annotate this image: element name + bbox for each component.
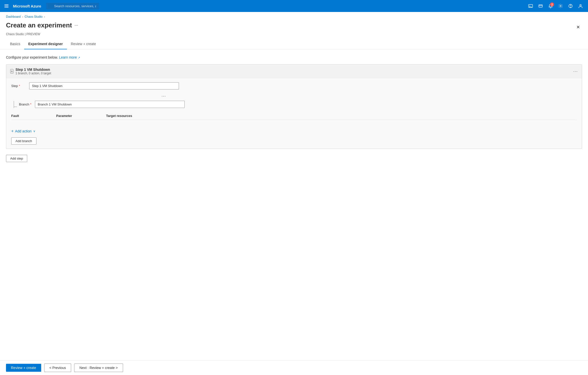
- hamburger-menu[interactable]: [3, 1, 10, 10]
- external-link-icon: ↗: [78, 56, 80, 59]
- add-branch-button[interactable]: Add branch: [11, 137, 36, 145]
- step-title-block: Step 1 VM Shutdown 1 branch, 0 action, 0…: [15, 68, 51, 75]
- notifications-icon[interactable]: 2: [546, 1, 555, 10]
- fault-col-param-header: Parameter: [56, 114, 106, 118]
- svg-rect-2: [539, 5, 542, 7]
- topbar: Microsoft Azure 🔍 2: [0, 0, 588, 12]
- branch-more-button[interactable]: ···: [161, 94, 166, 99]
- profile-icon[interactable]: [576, 1, 585, 10]
- svg-point-3: [560, 5, 561, 7]
- page-header-left: Create an experiment ···: [6, 21, 78, 29]
- page-wrap: Dashboard › Chaos Studio › Create an exp…: [0, 12, 588, 375]
- previous-button[interactable]: < Previous: [44, 364, 71, 372]
- branch-label: Branch *: [19, 102, 33, 106]
- svg-point-5: [570, 7, 571, 7]
- learn-more-link[interactable]: Learn more ↗: [59, 55, 80, 59]
- app-title: Microsoft Azure: [13, 4, 41, 8]
- add-action-plus-icon: +: [11, 129, 13, 133]
- review-create-button[interactable]: Review + create: [6, 364, 41, 372]
- settings-icon[interactable]: [556, 1, 565, 10]
- page-more-button[interactable]: ···: [74, 23, 78, 28]
- add-action-row[interactable]: + Add action ∨: [11, 129, 577, 133]
- step-card: ∧ Step 1 VM Shutdown 1 branch, 0 action,…: [6, 64, 582, 149]
- fault-table: Fault Parameter Target resources: [11, 112, 577, 125]
- footer: Review + create < Previous Next : Review…: [0, 360, 588, 375]
- fault-table-body: [11, 120, 577, 125]
- branch-line-vertical: [14, 101, 14, 106]
- svg-point-6: [580, 4, 581, 6]
- page-title: Create an experiment: [6, 21, 72, 29]
- breadcrumb-chaos-studio[interactable]: Chaos Studio: [24, 15, 42, 18]
- cloud-shell-icon[interactable]: [526, 1, 535, 10]
- tab-review-create[interactable]: Review + create: [67, 40, 100, 49]
- step-required-indicator: *: [19, 84, 20, 88]
- branch-connector: [14, 101, 17, 108]
- help-icon[interactable]: [566, 1, 575, 10]
- branch-line-horizontal-wrap: [14, 106, 17, 108]
- fault-table-header: Fault Parameter Target resources: [11, 112, 577, 120]
- add-action-label: Add action: [15, 129, 31, 133]
- tab-experiment-designer[interactable]: Experiment designer: [24, 40, 67, 49]
- tab-basics[interactable]: Basics: [6, 40, 24, 49]
- branch-line-h: [14, 107, 17, 107]
- breadcrumb-sep-1: ›: [22, 15, 23, 18]
- step-header-left: ∧ Step 1 VM Shutdown 1 branch, 0 action,…: [10, 68, 51, 75]
- step-field-row: Step *: [11, 82, 577, 90]
- branch-required-indicator: *: [30, 102, 31, 106]
- step-collapse-button[interactable]: ∧: [10, 69, 13, 74]
- directory-icon[interactable]: [536, 1, 545, 10]
- tabs: Basics Experiment designer Review + crea…: [0, 36, 588, 49]
- step-title: Step 1 VM Shutdown: [15, 68, 51, 72]
- notification-badge: 2: [550, 2, 554, 6]
- search-wrap: 🔍: [46, 3, 221, 9]
- add-step-button[interactable]: Add step: [6, 155, 27, 162]
- next-button[interactable]: Next : Review + create >: [74, 364, 123, 372]
- branch-name-input[interactable]: [35, 101, 185, 108]
- step-subtitle: 1 branch, 0 action, 0 target: [15, 72, 51, 75]
- fault-col-target-header: Target resources: [106, 114, 577, 118]
- breadcrumb-dashboard[interactable]: Dashboard: [6, 15, 21, 18]
- breadcrumb: Dashboard › Chaos Studio ›: [0, 12, 588, 18]
- fault-col-fault-header: Fault: [11, 114, 56, 118]
- search-input[interactable]: [46, 3, 99, 9]
- configure-text: Configure your experiment below. Learn m…: [6, 55, 582, 59]
- add-action-chevron-icon: ∨: [33, 129, 35, 133]
- step-name-input[interactable]: [29, 82, 179, 90]
- step-body: Step * ···: [6, 78, 582, 149]
- page-header: Create an experiment ··· ✕: [0, 18, 588, 32]
- topbar-icons: 2: [526, 1, 585, 10]
- step-label: Step *: [11, 84, 26, 88]
- branch-more-row: ···: [11, 94, 166, 99]
- breadcrumb-sep-2: ›: [44, 15, 45, 18]
- main-content: Configure your experiment below. Learn m…: [0, 49, 588, 360]
- step-more-button[interactable]: ···: [573, 69, 578, 74]
- branch-row: Branch *: [11, 101, 577, 108]
- page-subtitle: Chaos Studio | PREVIEW: [0, 32, 588, 36]
- close-button[interactable]: ✕: [574, 22, 582, 32]
- step-header: ∧ Step 1 VM Shutdown 1 branch, 0 action,…: [6, 65, 582, 78]
